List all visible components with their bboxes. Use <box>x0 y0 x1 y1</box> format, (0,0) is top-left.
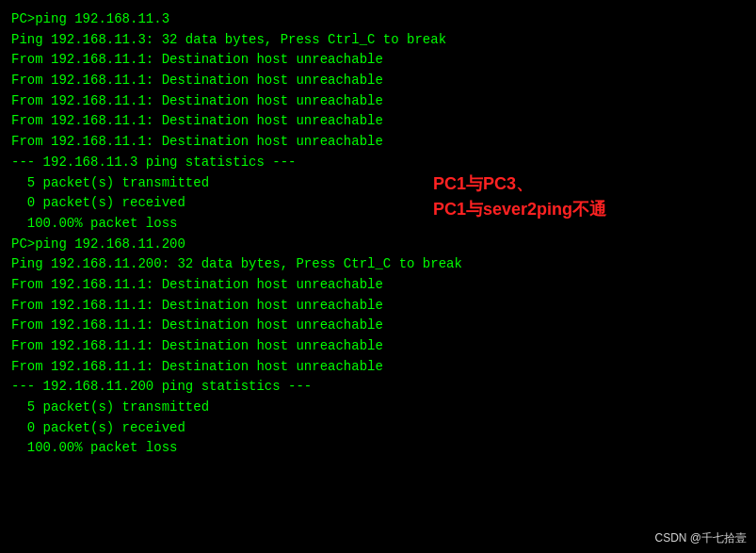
terminal-line: From 192.168.11.1: Destination host unre… <box>11 357 745 378</box>
terminal-line: From 192.168.11.1: Destination host unre… <box>11 296 745 317</box>
terminal-line: From 192.168.11.1: Destination host unre… <box>11 336 745 357</box>
terminal-line: Ping 192.168.11.3: 32 data bytes, Press … <box>11 30 745 51</box>
terminal-line: 100.00% packet loss <box>11 214 745 235</box>
terminal-line: 5 packet(s) transmitted <box>11 398 745 418</box>
annotation-text: PC1与PC3、 PC1与sever2ping不通 <box>433 171 606 222</box>
terminal-line: Ping 192.168.11.200: 32 data bytes, Pres… <box>11 254 745 275</box>
terminal-line: --- 192.168.11.200 ping statistics --- <box>11 377 745 398</box>
terminal-line: From 192.168.11.1: Destination host unre… <box>11 132 745 153</box>
terminal-line: From 192.168.11.1: Destination host unre… <box>11 275 745 296</box>
terminal-line: PC>ping 192.168.11.200 <box>11 235 745 255</box>
terminal-line: 0 packet(s) received <box>11 193 745 214</box>
terminal-line: From 192.168.11.1: Destination host unre… <box>11 71 745 91</box>
terminal-line: From 192.168.11.1: Destination host unre… <box>11 316 745 336</box>
watermark: CSDN @千七拾壹 <box>654 529 747 547</box>
terminal-line: From 192.168.11.1: Destination host unre… <box>11 111 745 132</box>
terminal-window: PC>ping 192.168.11.3Ping 192.168.11.3: 3… <box>0 0 756 553</box>
terminal-line: --- 192.168.11.3 ping statistics --- <box>11 153 745 173</box>
terminal-line: From 192.168.11.1: Destination host unre… <box>11 50 745 71</box>
terminal-line: From 192.168.11.1: Destination host unre… <box>11 91 745 112</box>
terminal-line: 0 packet(s) received <box>11 418 745 439</box>
terminal-line: PC>ping 192.168.11.3 <box>11 9 745 30</box>
terminal-line: 100.00% packet loss <box>11 438 745 459</box>
terminal-line: 5 packet(s) transmitted <box>11 173 745 194</box>
